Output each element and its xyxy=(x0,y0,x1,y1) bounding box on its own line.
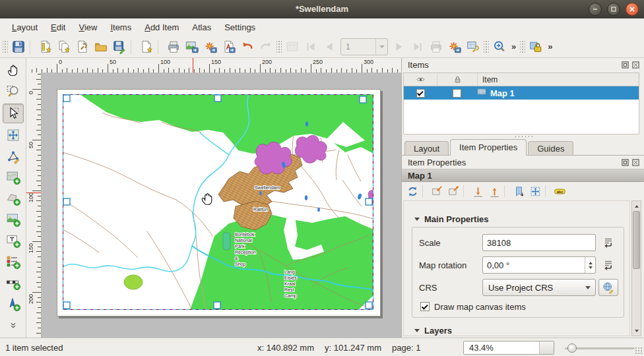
resize-handle-n[interactable] xyxy=(214,95,221,102)
toolbar-overflow-button[interactable] xyxy=(3,316,23,334)
layout-canvas[interactable]: Swellendam Railton Bontebok National Par… xyxy=(42,73,401,338)
menu-view[interactable]: View xyxy=(72,20,104,34)
atlas-page-combobox[interactable]: 1 xyxy=(340,38,388,55)
toolbar-overflow-icon[interactable]: » xyxy=(509,42,519,51)
resize-handle-s[interactable] xyxy=(214,302,220,309)
spinner-buttons[interactable] xyxy=(585,257,595,273)
maximize-button[interactable] xyxy=(607,3,620,16)
print-layout-button[interactable] xyxy=(164,38,183,56)
item-properties-float-button[interactable] xyxy=(621,158,629,167)
properties-scrollbar[interactable] xyxy=(631,200,641,336)
section-layers[interactable]: Layers xyxy=(414,326,629,336)
print-atlas-button[interactable] xyxy=(427,38,445,56)
redo-button[interactable] xyxy=(257,38,275,56)
rotation-override-button[interactable] xyxy=(598,256,618,274)
items-panel-close-button[interactable] xyxy=(631,61,640,69)
zoom-tool-button[interactable] xyxy=(3,82,23,101)
menu-items[interactable]: Items xyxy=(104,20,138,34)
tab-guides[interactable]: Guides xyxy=(528,141,573,155)
panel-resize-handle[interactable] xyxy=(514,135,532,138)
export-as-pdf-button[interactable] xyxy=(220,38,238,56)
export-as-svg-button[interactable] xyxy=(201,38,220,56)
refresh-map-preview-button[interactable] xyxy=(404,183,421,199)
close-button[interactable] xyxy=(626,3,639,16)
resize-handle-se[interactable] xyxy=(366,302,372,309)
crs-combobox[interactable]: Use Project CRS xyxy=(482,279,596,296)
interactively-edit-extent-button[interactable] xyxy=(527,183,544,199)
save-project-button[interactable] xyxy=(9,38,28,56)
vertical-ruler[interactable]: 050100150200 xyxy=(26,73,42,338)
tab-item-properties[interactable]: Item Properties xyxy=(450,139,527,156)
menu-add-item[interactable]: Add Item xyxy=(138,20,185,34)
duplicate-layout-button[interactable] xyxy=(55,38,73,56)
export-as-image-button[interactable] xyxy=(183,38,201,56)
atlas-settings-button[interactable] xyxy=(464,38,482,56)
add-3d-map-button[interactable] xyxy=(3,189,23,208)
zoom-slider[interactable] xyxy=(565,347,635,349)
save-as-template-button[interactable] xyxy=(110,38,129,56)
move-item-content-button[interactable] xyxy=(3,126,23,144)
bookmarks-button[interactable] xyxy=(511,183,527,199)
edit-nodes-item-button[interactable] xyxy=(3,147,23,165)
zoom-combo-arrow[interactable] xyxy=(539,341,554,354)
load-from-template-button[interactable] xyxy=(92,38,110,56)
items-row-map1[interactable]: Map 1 xyxy=(404,86,639,100)
resize-handle-w[interactable] xyxy=(63,198,70,205)
new-layout-button[interactable] xyxy=(36,38,55,56)
item-properties-close-button[interactable] xyxy=(631,158,640,167)
view-extent-in-canvas-button[interactable] xyxy=(445,183,462,199)
add-pages-button[interactable] xyxy=(137,38,156,56)
menu-layout[interactable]: Layout xyxy=(5,20,44,34)
toolbar-overflow-icon[interactable]: » xyxy=(545,42,555,51)
resize-handle-ne[interactable] xyxy=(360,96,366,103)
window-resize-grip[interactable] xyxy=(635,347,642,354)
set-canvas-to-map-scale-button[interactable] xyxy=(486,183,503,199)
resize-handle-sw[interactable] xyxy=(63,302,70,309)
undo-button[interactable] xyxy=(238,38,257,56)
layout-page[interactable]: Swellendam Railton Bontebok National Par… xyxy=(57,89,381,316)
add-north-arrow-button[interactable] xyxy=(3,295,23,313)
add-map-button[interactable] xyxy=(3,168,23,187)
add-legend-button[interactable] xyxy=(3,252,23,271)
visibility-checkbox[interactable] xyxy=(416,89,425,98)
tab-layout[interactable]: Layout xyxy=(404,141,449,155)
select-move-item-button[interactable] xyxy=(3,104,24,123)
zoom-in-button[interactable] xyxy=(490,38,509,56)
last-feature-button[interactable] xyxy=(408,38,427,56)
zoom-slider-handle[interactable] xyxy=(567,343,577,353)
rotation-spinbox[interactable]: 0,00 ° xyxy=(482,256,596,274)
set-map-extent-to-canvas-button[interactable] xyxy=(429,183,445,199)
lock-selected-items-button[interactable] xyxy=(527,38,545,56)
menu-atlas[interactable]: Atlas xyxy=(185,20,218,34)
horizontal-ruler[interactable]: 050100150200250300 xyxy=(26,58,401,73)
section-main-properties[interactable]: Main Properties xyxy=(414,214,629,224)
toolbar-drag-handle[interactable] xyxy=(276,40,282,54)
draw-canvas-items-checkbox[interactable] xyxy=(420,302,430,311)
set-map-scale-to-canvas-button[interactable] xyxy=(470,183,486,199)
menu-settings[interactable]: Settings xyxy=(218,20,262,34)
add-label-button[interactable] xyxy=(3,231,23,250)
scroll-up-button[interactable] xyxy=(632,202,641,210)
minimize-button[interactable] xyxy=(589,3,602,16)
map-item[interactable]: Swellendam Railton Bontebok National Par… xyxy=(63,94,373,310)
lock-checkbox[interactable] xyxy=(453,89,461,98)
first-feature-button[interactable] xyxy=(302,38,320,56)
layout-manager-button[interactable] xyxy=(73,38,92,56)
scroll-down-button[interactable] xyxy=(632,326,641,335)
toolbar-drag-handle[interactable] xyxy=(520,40,525,54)
menu-edit[interactable]: Edit xyxy=(44,20,72,34)
add-scalebar-button[interactable] xyxy=(3,274,23,292)
export-atlas-button[interactable] xyxy=(445,38,464,56)
resize-handle-nw[interactable] xyxy=(63,95,70,102)
add-picture-button[interactable] xyxy=(3,210,23,229)
toolbar-drag-handle[interactable] xyxy=(3,40,8,54)
label-settings-button[interactable]: abc xyxy=(552,183,568,199)
preview-atlas-button[interactable] xyxy=(283,38,302,56)
next-feature-button[interactable] xyxy=(390,38,408,56)
resize-handle-e[interactable] xyxy=(366,198,372,205)
select-crs-button[interactable] xyxy=(598,279,618,296)
previous-feature-button[interactable] xyxy=(320,38,338,56)
toolbar-drag-handle[interactable] xyxy=(484,40,489,54)
zoom-level-combobox[interactable]: 43.4% xyxy=(463,341,554,355)
scale-input[interactable]: 38108 xyxy=(482,234,596,251)
